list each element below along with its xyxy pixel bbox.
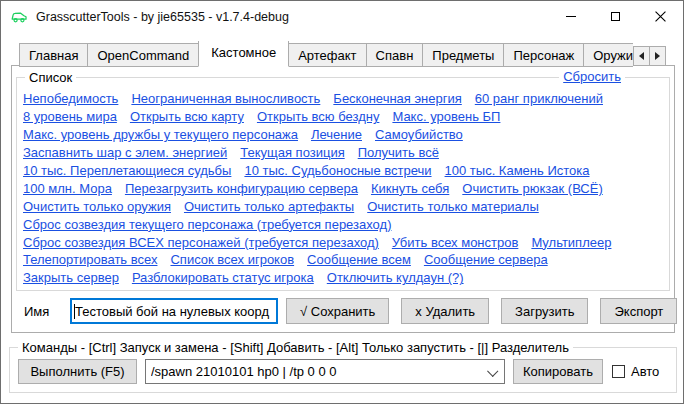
list-link[interactable]: 100 млн. Мора [23, 181, 112, 196]
list-groupbox: Список Сбросить Непобедимость Неограниче… [16, 77, 670, 291]
list-link[interactable]: Макс. уровень БП [392, 109, 500, 124]
list-link[interactable]: Сообщение всем [307, 252, 411, 267]
name-input[interactable]: Тестовый бой на нулевых коорд [70, 298, 278, 324]
arrow-right-icon [655, 52, 660, 60]
list-link[interactable]: Убить всех монстров [392, 235, 519, 250]
list-link[interactable]: Лечение [311, 127, 362, 142]
list-link[interactable]: Заспавнить шар с элем. энергией [23, 145, 227, 160]
command-row: Выполнить (F5) /spawn 21010101 hp0 | /tp… [18, 359, 659, 384]
command-value: /spawn 21010101 hp0 | /tp 0 0 0 [151, 364, 337, 379]
list-link[interactable]: Отключить кулдаун (?) [327, 270, 464, 285]
list-link[interactable]: Открыть всю карту [130, 109, 244, 124]
command-combobox[interactable]: /spawn 21010101 hp0 | /tp 0 0 0 [145, 359, 505, 384]
tab-artefakt[interactable]: Артефакт [288, 43, 366, 67]
title-bar: GrasscutterTools - by jie65535 - v1.7.4-… [1, 1, 683, 32]
list-link[interactable]: Очистить только оружия [23, 199, 171, 214]
name-input-value: Тестовый бой на нулевых коорд [75, 304, 269, 319]
link-row: Заспавнить шар с элем. энергией Текущая … [23, 144, 611, 162]
list-link[interactable]: Текущая позиция [240, 145, 344, 160]
link-row: 10 тыс. Переплетающиеся судьбы 10 тыс. С… [23, 162, 611, 180]
list-link[interactable]: 8 уровень мира [23, 109, 117, 124]
name-row: Имя Тестовый бой на нулевых коорд √ Сохр… [24, 298, 684, 324]
tab-opencommand[interactable]: OpenCommand [87, 43, 199, 67]
list-link[interactable]: Кикнуть себя [371, 181, 449, 196]
tab-spavn[interactable]: Спавн [366, 43, 424, 67]
link-row: Непобедимость Неограниченная выносливост… [23, 90, 611, 108]
name-label: Имя [24, 304, 58, 319]
list-link[interactable]: Непобедимость [23, 91, 118, 106]
commands-groupbox: Команды - [Ctrl] Запуск и замена - [Shif… [9, 347, 677, 393]
tab-page-kastomnoe: Список Сбросить Непобедимость Неограниче… [11, 65, 675, 333]
maximize-button[interactable] [593, 1, 638, 31]
list-link[interactable]: Открыть всю бездну [257, 109, 379, 124]
link-row: Сброс созвездия ВСЕХ персонажей (требует… [23, 233, 611, 251]
list-link[interactable]: Разблокировать статус игрока [132, 270, 314, 285]
commands-group-label: Команды - [Ctrl] Запуск и замена - [Shif… [18, 340, 573, 355]
run-button[interactable]: Выполнить (F5) [18, 359, 137, 384]
tab-strip: Главная OpenCommand Кастомное Артефакт С… [19, 41, 633, 67]
minimize-button[interactable] [548, 1, 593, 31]
list-link[interactable]: Неограниченная выносливость [131, 91, 320, 106]
list-link[interactable]: Телепортировать всех [23, 252, 157, 267]
list-link[interactable]: Сброс созвездия текущего персонажа (треб… [23, 217, 391, 232]
arrow-left-icon [639, 52, 644, 60]
command-link-list: Непобедимость Неограниченная выносливост… [23, 90, 611, 287]
copy-button[interactable]: Копировать [513, 359, 603, 384]
list-link[interactable]: 10 тыс. Переплетающиеся судьбы [23, 163, 231, 178]
link-row: 8 уровень мира Открыть всю карту Открыть… [23, 108, 611, 126]
app-window: GrasscutterTools - by jie65535 - v1.7.4-… [0, 0, 684, 404]
list-link[interactable]: Перезагрузить конфигурацию сервера [125, 181, 358, 196]
minimize-icon [566, 16, 576, 17]
list-link[interactable]: Бесконечная энергия [333, 91, 461, 106]
list-link[interactable]: Макс. уровень дружбы у текущего персонаж… [23, 127, 298, 142]
tab-kastomnoe[interactable]: Кастомное [198, 41, 289, 67]
tab-scroll-buttons [633, 46, 665, 66]
close-button[interactable] [638, 1, 683, 31]
list-link[interactable]: Очистить только артефакты [184, 199, 354, 214]
export-button[interactable]: Экспорт [600, 298, 677, 324]
close-icon [655, 11, 666, 22]
list-link[interactable]: Сообщение сервера [424, 252, 548, 267]
auto-checkbox[interactable] [612, 365, 625, 378]
app-icon [10, 9, 28, 24]
link-row: Макс. уровень дружбы у текущего персонаж… [23, 126, 611, 144]
maximize-icon [611, 12, 620, 21]
list-link[interactable]: Сброс созвездия ВСЕХ персонажей (требует… [23, 235, 379, 250]
tab-personazh[interactable]: Персонаж [503, 43, 584, 67]
link-row: Очистить только оружия Очистить только а… [23, 197, 611, 215]
link-row: 100 млн. Мора Перезагрузить конфигурацию… [23, 179, 611, 197]
delete-button[interactable]: x Удалить [401, 298, 489, 324]
list-link[interactable]: Мультиплеер [531, 235, 611, 250]
list-link[interactable]: Самоубийство [375, 127, 463, 142]
list-link[interactable]: Получить всё [358, 145, 439, 160]
load-button[interactable]: Загрузить [501, 298, 588, 324]
link-row: Сброс созвездия текущего персонажа (треб… [23, 215, 611, 233]
tab-predmety[interactable]: Предметы [422, 43, 504, 67]
reset-link[interactable]: Сбросить [559, 69, 625, 84]
link-row: Закрыть сервер Разблокировать статус игр… [23, 269, 611, 287]
tab-glavnaya[interactable]: Главная [19, 43, 88, 67]
chevron-down-icon [487, 366, 498, 377]
list-group-label: Список [25, 70, 76, 85]
list-link[interactable]: Закрыть сервер [23, 270, 119, 285]
list-link[interactable]: Список всех игроков [170, 252, 294, 267]
tab-scroll-right-button[interactable] [649, 46, 666, 66]
list-link[interactable]: 10 тыс. Судьбоносные встречи [244, 163, 431, 178]
list-link[interactable]: Очистить рюкзак (ВСЁ) [462, 181, 602, 196]
tab-oruzhie[interactable]: Оружие [583, 43, 633, 67]
save-button[interactable]: √ Сохранить [286, 298, 389, 324]
list-link[interactable]: 100 тыс. Камень Истока [445, 163, 590, 178]
window-title: GrasscutterTools - by jie65535 - v1.7.4-… [36, 10, 289, 24]
list-link[interactable]: Очистить только материалы [367, 199, 539, 214]
tab-scroll-left-button[interactable] [633, 46, 650, 66]
auto-checkbox-label: Авто [631, 364, 659, 379]
link-row: Телепортировать всех Список всех игроков… [23, 251, 611, 269]
list-link[interactable]: 60 ранг приключений [475, 91, 603, 106]
